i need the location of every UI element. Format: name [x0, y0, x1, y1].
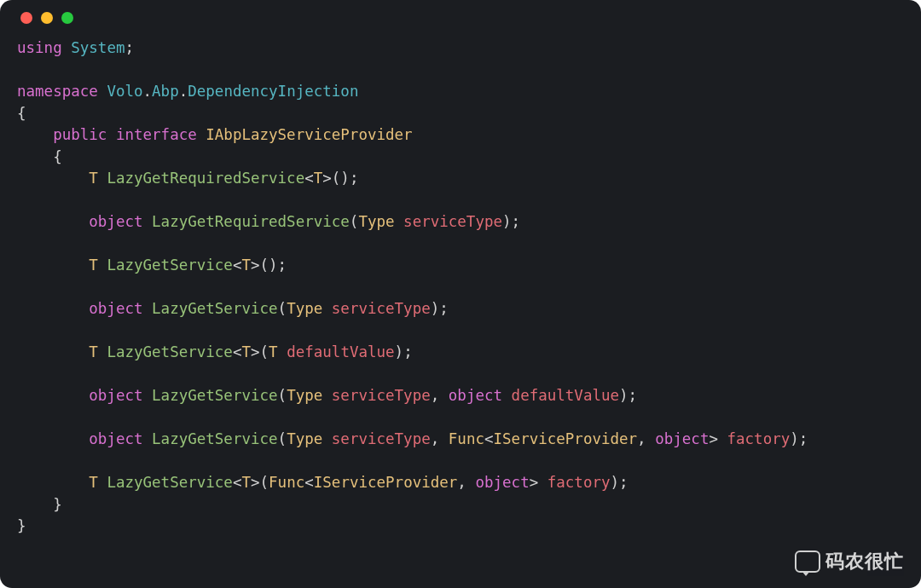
watermark-text: 码农很忙 [825, 549, 904, 574]
close-icon[interactable] [20, 12, 32, 24]
watermark: 码农很忙 [795, 549, 904, 574]
zoom-icon[interactable] [61, 12, 73, 24]
wechat-bubble-icon [795, 551, 820, 573]
code-window: using System; namespace Volo.Abp.Depende… [0, 0, 921, 588]
code-block: using System; namespace Volo.Abp.Depende… [17, 37, 904, 538]
window-controls [20, 12, 904, 24]
minimize-icon[interactable] [41, 12, 53, 24]
